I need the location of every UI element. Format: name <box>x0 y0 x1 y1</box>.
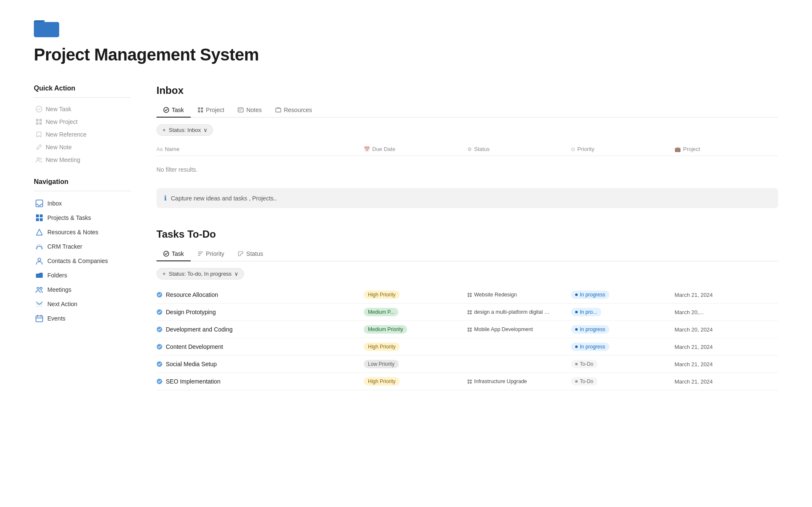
task-priority-cell: Medium P... <box>364 308 467 316</box>
sidebar-item-meetings[interactable]: Meetings <box>34 282 131 297</box>
tasks-tab-task[interactable]: Task <box>156 247 191 261</box>
task-row-icon <box>156 361 162 367</box>
svg-rect-55 <box>470 379 472 381</box>
svg-rect-12 <box>40 214 43 217</box>
svg-rect-25 <box>198 107 200 110</box>
th-due-date-label: Due Date <box>372 146 395 152</box>
sidebar-item-events[interactable]: Events <box>34 311 131 326</box>
task-name: Social Media Setup <box>156 361 364 367</box>
tasks-status-filter[interactable]: ✦ Status: To-do, In progress ∨ <box>156 268 244 280</box>
filter-chevron-icon: ∨ <box>203 127 208 133</box>
new-note-label: New Note <box>46 144 71 151</box>
tab-notes-label: Notes <box>246 107 262 113</box>
tab-project[interactable]: Project <box>191 103 231 118</box>
tab-resources-label: Resources <box>284 107 312 113</box>
inbox-section-title: Inbox <box>156 85 778 96</box>
th-name-label: Name <box>165 146 180 152</box>
projects-nav-icon <box>36 214 43 222</box>
task-project-cell: design a multi-platform digital marketin… <box>467 309 571 315</box>
sidebar-item-projects-tasks[interactable]: Projects & Tasks <box>34 211 131 225</box>
status-dot <box>575 363 578 365</box>
tasks-tab-priority[interactable]: Priority <box>191 247 231 261</box>
sidebar-item-resources-label: Resources & Notes <box>47 229 99 236</box>
meetings-nav-icon <box>36 286 43 293</box>
task-status-cell: In pro... <box>571 308 675 316</box>
tab-resources[interactable]: Resources <box>269 103 319 118</box>
inbox-info-text: Capture new ideas and tasks , Projects.. <box>171 195 277 202</box>
task-priority-cell: High Priority <box>364 377 467 386</box>
sidebar-item-next-action[interactable]: Next Action <box>34 297 131 311</box>
th-date-icon: 📅 <box>364 146 370 152</box>
th-project-label: Project <box>683 146 700 152</box>
new-meeting-label: New Meeting <box>46 156 80 163</box>
priority-badge: Medium Priority <box>364 325 407 334</box>
status-badge: In pro... <box>571 308 601 316</box>
task-row-icon <box>156 292 162 298</box>
inbox-filter-label: Status: Inbox <box>169 127 201 133</box>
priority-tab-icon <box>198 251 203 257</box>
svg-rect-45 <box>470 312 472 314</box>
task-date-cell: March 21, 2024 <box>675 344 778 350</box>
folder-icon-wrap <box>34 17 778 38</box>
th-project-icon: 💼 <box>675 146 681 152</box>
status-dot <box>575 328 578 331</box>
task-name: Development and Coding <box>156 326 364 333</box>
th-name: Aa Name <box>156 146 364 152</box>
table-row[interactable]: Social Media Setup Low Priority To-Do <box>156 356 778 373</box>
sidebar-item-meetings-label: Meetings <box>47 286 71 293</box>
table-row[interactable]: Design Prototyping Medium P... <box>156 304 778 321</box>
task-row-icon <box>156 309 162 315</box>
sidebar-item-events-label: Events <box>47 315 66 322</box>
tab-notes[interactable]: Notes <box>231 103 269 118</box>
status-dot <box>575 345 578 348</box>
svg-rect-2 <box>34 22 59 37</box>
task-name: Resource Allocation <box>156 291 364 298</box>
new-task-button[interactable]: New Task <box>34 103 131 115</box>
table-row[interactable]: Content Development High Priority In pro… <box>156 338 778 356</box>
new-task-label: New Task <box>46 106 71 112</box>
svg-rect-48 <box>470 327 472 329</box>
task-name: Design Prototyping <box>156 309 364 315</box>
content-area: Inbox Task <box>156 85 778 411</box>
quick-action-title: Quick Action <box>34 85 131 92</box>
new-note-button[interactable]: New Note <box>34 141 131 153</box>
sidebar-item-folders[interactable]: Folders <box>34 268 131 282</box>
sidebar-item-resources[interactable]: Resources & Notes <box>34 225 131 239</box>
th-priority-icon: ⊙ <box>571 146 575 152</box>
priority-badge: High Priority <box>364 343 400 351</box>
quick-action-section: Quick Action New Task <box>34 85 131 166</box>
svg-rect-4 <box>36 119 38 121</box>
task-row-icon <box>156 326 162 332</box>
svg-rect-6 <box>36 122 38 125</box>
new-meeting-button[interactable]: New Meeting <box>34 153 131 166</box>
tab-task[interactable]: Task <box>156 103 191 118</box>
project-cell-icon <box>467 327 472 332</box>
sidebar-item-folders-label: Folders <box>47 272 67 279</box>
tasks-table: Resource Allocation High Priority <box>156 286 778 390</box>
task-date-cell: March 20, 2024 <box>675 326 778 333</box>
svg-rect-43 <box>470 310 472 312</box>
svg-rect-14 <box>40 218 43 221</box>
tasks-filter-row: ✦ Status: To-do, In progress ∨ <box>156 268 778 280</box>
new-project-button[interactable]: New Project <box>34 115 131 128</box>
table-row[interactable]: SEO Implementation High Priority <box>156 373 778 390</box>
svg-rect-49 <box>468 330 469 332</box>
svg-point-8 <box>37 158 39 160</box>
sidebar: Quick Action New Task <box>34 85 131 326</box>
task-project-cell: Website Redesign <box>467 292 571 298</box>
svg-rect-54 <box>468 379 469 381</box>
sidebar-item-crm[interactable]: CRM Tracker <box>34 239 131 254</box>
task-name: SEO Implementation <box>156 378 364 385</box>
svg-rect-20 <box>36 316 43 322</box>
task-date-cell: March 21, 2024 <box>675 378 778 385</box>
inbox-status-filter[interactable]: ✦ Status: Inbox ∨ <box>156 124 213 136</box>
tasks-tab-task-label: Task <box>172 250 184 257</box>
status-badge: In progress <box>571 343 609 351</box>
sidebar-item-contacts[interactable]: Contacts & Companies <box>34 254 131 268</box>
new-reference-button[interactable]: New Reference <box>34 128 131 141</box>
table-row[interactable]: Resource Allocation High Priority <box>156 286 778 304</box>
sidebar-item-next-action-label: Next Action <box>47 301 77 307</box>
sidebar-item-inbox[interactable]: Inbox <box>34 196 131 211</box>
tasks-tab-status[interactable]: Status <box>231 247 270 261</box>
table-row[interactable]: Development and Coding Medium Priority <box>156 321 778 338</box>
